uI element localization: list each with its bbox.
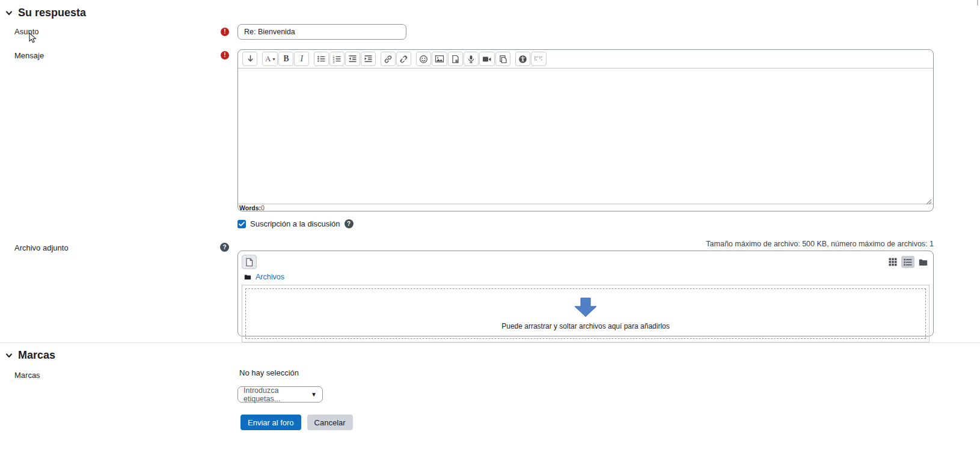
archivo-label: Archivo adjunto [14, 243, 69, 252]
svg-text:3: 3 [333, 60, 335, 63]
mensaje-label: Mensaje [14, 51, 44, 60]
font-letter-icon: A [265, 54, 271, 64]
bold-button[interactable]: B [278, 52, 293, 66]
path-link-archivos[interactable]: Archivos [256, 273, 284, 281]
record-video-button[interactable] [479, 52, 495, 66]
link-icon [384, 55, 393, 64]
message-editor: A▾ B I 123 [237, 49, 934, 211]
font-style-button[interactable]: A▾ [262, 52, 278, 66]
forum-reply-page: Su respuesta Asunto ! Re: Bienvenida Men… [0, 0, 980, 453]
form-actions: Enviar al foro Cancelar [240, 415, 353, 430]
manage-files-button[interactable] [495, 52, 510, 66]
dropzone-outer: Puede arrastrar y soltar archivos aquí p… [242, 285, 929, 342]
accessibility-icon [518, 55, 527, 64]
subscription-row: Suscripción a la discusión ? [237, 219, 354, 228]
caret-down-icon: ▾ [272, 56, 275, 62]
message-textarea[interactable] [238, 68, 933, 204]
outdent-button[interactable] [345, 52, 360, 66]
dropdown-arrow-icon: ▼ [311, 391, 317, 398]
unordered-list-button[interactable] [314, 52, 329, 66]
scrollbar-artifact [977, 0, 978, 5]
filemanager: Archivos Puede arrastrar y soltar archiv… [237, 251, 934, 336]
tree-view-button[interactable] [916, 256, 929, 268]
indent-icon [364, 55, 373, 63]
indent-button[interactable] [361, 52, 376, 66]
chevron-down-icon [5, 9, 13, 17]
icons-view-button[interactable] [886, 256, 899, 268]
section-su-respuesta-header[interactable]: Su respuesta [5, 7, 86, 19]
screenreader-helper-button[interactable] [531, 52, 547, 66]
record-audio-button[interactable] [464, 52, 479, 66]
subscription-checkbox[interactable] [237, 220, 246, 228]
view-toggle-group [886, 256, 929, 268]
insert-image-button[interactable] [432, 52, 447, 66]
file-dropzone[interactable]: Puede arrastrar y soltar archivos aquí p… [245, 288, 926, 339]
asunto-value: Re: Bienvenida [244, 28, 295, 36]
no-selection-text: No hay selección [239, 368, 299, 377]
link-button[interactable] [381, 52, 396, 66]
emoji-button[interactable] [416, 52, 431, 66]
chevron-down-icon [5, 351, 13, 360]
image-icon [435, 55, 444, 63]
smiley-icon [419, 55, 428, 64]
accessibility-checker-button[interactable] [515, 52, 530, 66]
add-file-button[interactable] [242, 255, 257, 269]
folder-icon [919, 258, 928, 266]
tags-combobox[interactable]: Introduzca etiquetas... ▼ [237, 386, 323, 403]
marcas-label: Marcas [14, 371, 40, 380]
filemanager-path: Archivos [242, 271, 929, 283]
word-count-value: 0 [261, 204, 265, 211]
file-limits-text: Tamaño máximo de archivo: 500 KB, número… [706, 240, 934, 248]
help-icon[interactable]: ? [345, 219, 354, 228]
word-count-bar: Words:0 [238, 204, 933, 211]
screenreader-icon [534, 55, 544, 63]
italic-icon: I [301, 54, 304, 64]
collapse-toolbar-button[interactable] [242, 52, 257, 66]
required-icon: ! [221, 28, 229, 36]
check-icon [239, 222, 245, 227]
subscription-label: Suscripción a la discusión [250, 219, 340, 228]
bullet-list-icon [317, 55, 326, 63]
grid-view-icon [889, 258, 897, 266]
unlink-icon [399, 55, 408, 64]
section-title: Marcas [18, 349, 55, 362]
editor-toolbar: A▾ B I 123 [238, 50, 933, 68]
tags-placeholder: Introduzca etiquetas... [243, 386, 311, 403]
bold-icon: B [283, 54, 289, 64]
submit-button[interactable]: Enviar al foro [240, 415, 301, 430]
video-camera-icon [482, 55, 492, 63]
section-marcas-header[interactable]: Marcas [5, 349, 55, 362]
word-count-label: Words: [239, 204, 261, 211]
italic-button[interactable]: I [294, 52, 309, 66]
files-icon [498, 55, 507, 64]
cancel-button[interactable]: Cancelar [307, 415, 353, 430]
insert-media-button[interactable] [448, 52, 463, 66]
resize-handle[interactable] [926, 196, 932, 202]
drag-drop-arrow-icon [573, 297, 598, 317]
required-icon: ! [221, 51, 229, 59]
microphone-icon [467, 55, 475, 64]
list-view-icon [904, 258, 912, 266]
media-file-icon [451, 55, 460, 64]
new-file-icon [245, 258, 253, 267]
help-icon[interactable]: ? [220, 243, 229, 252]
asunto-input[interactable]: Re: Bienvenida [237, 24, 406, 40]
outdent-icon [348, 55, 357, 63]
ordered-list-button[interactable]: 123 [329, 52, 345, 66]
section-divider [0, 342, 980, 343]
unlink-button[interactable] [396, 52, 411, 66]
dropzone-text: Puede arrastrar y soltar archivos aquí p… [501, 322, 669, 330]
list-view-button[interactable] [901, 256, 914, 268]
arrow-down-icon [246, 55, 254, 63]
folder-icon [244, 274, 251, 280]
numbered-list-icon: 123 [332, 55, 341, 63]
filemanager-toolbar [242, 254, 929, 270]
section-title: Su respuesta [18, 7, 86, 19]
asunto-label: Asunto [14, 27, 38, 36]
